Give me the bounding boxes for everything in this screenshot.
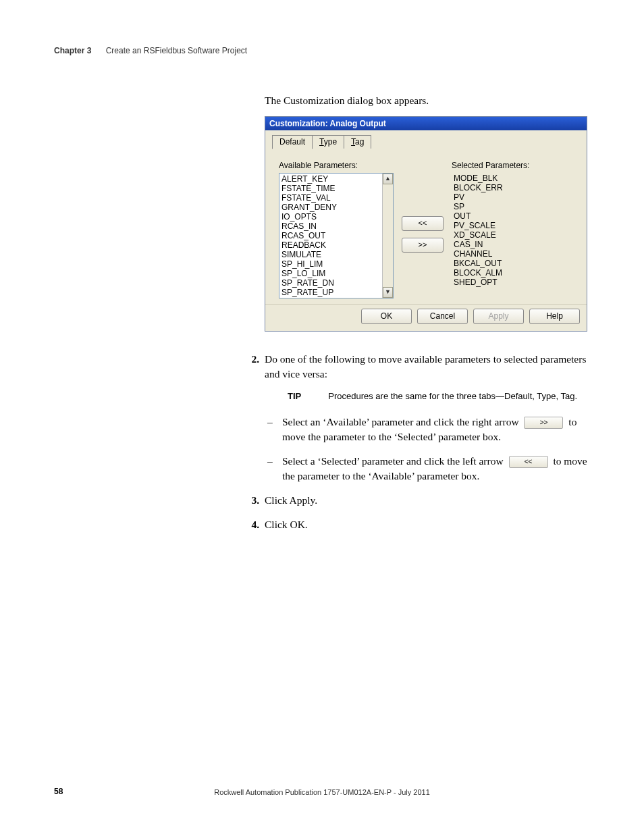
available-label: Available Parameters: — [279, 161, 394, 170]
cancel-button[interactable]: Cancel — [417, 309, 468, 324]
list-item[interactable]: SP_LO_LIM — [281, 269, 391, 278]
step-4: 4. Click OK. — [244, 517, 589, 532]
tab-strip: DefaultTypeTag — [265, 130, 587, 149]
list-item[interactable]: RCAS_IN — [281, 221, 391, 231]
list-item[interactable]: BLOCK_ERR — [454, 183, 564, 192]
move-left-button[interactable]: << — [402, 216, 444, 231]
list-item[interactable]: CHANNEL — [454, 249, 564, 259]
available-listbox[interactable]: ALERT_KEY FSTATE_TIME FSTATE_VAL GRANT_D… — [279, 173, 394, 298]
list-item[interactable]: RCAS_OUT — [281, 231, 391, 240]
list-item[interactable]: SP_RATE_UP — [281, 288, 391, 297]
selected-listbox[interactable]: MODE_BLK BLOCK_ERR PV SP OUT PV_SCALE XD… — [452, 173, 566, 298]
ok-button[interactable]: OK — [361, 309, 412, 324]
list-item[interactable]: XD_SCALE — [454, 230, 564, 240]
dialog-button-row: OK Cancel Apply Help — [265, 304, 587, 331]
move-right-button[interactable]: >> — [402, 238, 444, 253]
bullet-1: – Select an ‘Available’ parameter and cl… — [267, 415, 589, 444]
chapter-title: Create an RSFieldbus Software Project — [106, 46, 247, 55]
list-item[interactable]: MODE_BLK — [454, 174, 564, 183]
footer-publication: Rockwell Automation Publication 1757-UM0… — [0, 788, 644, 796]
list-item[interactable]: SP — [454, 202, 564, 211]
list-item[interactable]: SP_RATE_DN — [281, 278, 391, 288]
tab-type[interactable]: Type — [312, 135, 344, 149]
help-button[interactable]: Help — [529, 309, 580, 324]
list-item[interactable]: BKCAL_OUT — [454, 259, 564, 268]
list-item[interactable]: READBACK — [281, 240, 391, 250]
list-item[interactable]: PV_SCALE — [454, 221, 564, 230]
list-item[interactable]: OUT — [454, 211, 564, 221]
list-item[interactable]: ALERT_KEY — [281, 174, 391, 184]
apply-button[interactable]: Apply — [473, 309, 524, 324]
list-item[interactable]: CAS_IN — [454, 240, 564, 249]
chapter-label: Chapter 3 — [54, 46, 91, 55]
tip-label: TIP — [288, 391, 301, 401]
tab-tag[interactable]: Tag — [344, 135, 371, 149]
tab-default[interactable]: Default — [272, 135, 313, 149]
customization-dialog: Customization: Analog Output DefaultType… — [265, 116, 587, 332]
list-item[interactable]: GRANT_DENY — [281, 203, 391, 212]
list-item[interactable]: PV — [454, 192, 564, 202]
list-item[interactable]: SP_HI_LIM — [281, 259, 391, 269]
bullet-2: – Select a ‘Selected’ parameter and clic… — [267, 454, 589, 484]
page-header: Chapter 3 Create an RSFieldbus Software … — [54, 46, 247, 55]
left-arrow-icon: << — [509, 456, 548, 468]
step-3: 3. Click Apply. — [244, 493, 589, 508]
scrollbar[interactable]: ▲ ▼ — [382, 174, 393, 298]
step-2: 2. Do one of the following to move avail… — [244, 352, 589, 382]
dialog-title-bar: Customization: Analog Output — [265, 117, 587, 130]
list-item[interactable]: SIMULATE — [281, 250, 391, 259]
list-item[interactable]: FSTATE_TIME — [281, 184, 391, 193]
scroll-up-icon[interactable]: ▲ — [383, 174, 393, 184]
scroll-down-icon[interactable]: ▼ — [383, 287, 393, 298]
selected-label: Selected Parameters: — [452, 161, 566, 170]
list-item[interactable]: SHED_OPT — [454, 278, 564, 287]
tip-row: TIP Procedures are the same for the thre… — [288, 391, 589, 401]
intro-text: The Customization dialog box appears. — [265, 95, 589, 107]
list-item[interactable]: FSTATE_VAL — [281, 193, 391, 203]
list-item[interactable]: IO_OPTS — [281, 212, 391, 221]
right-arrow-icon: >> — [524, 417, 563, 429]
tip-text: Procedures are the same for the three ta… — [328, 391, 577, 401]
list-item[interactable]: BLOCK_ALM — [454, 268, 564, 278]
